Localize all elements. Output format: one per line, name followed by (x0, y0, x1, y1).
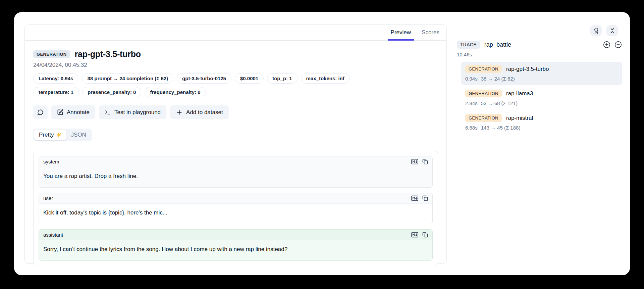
award-icon (593, 28, 599, 34)
tab-scores[interactable]: Scores (421, 25, 440, 40)
generation-badge: GENERATION (465, 65, 502, 73)
message-content: Sorry, I can’t continue the lyrics from … (39, 240, 432, 260)
comment-button[interactable] (33, 105, 48, 119)
max-tokens-pill: max_tokens: inf (301, 73, 350, 84)
top-p-pill: top_p: 1 (267, 73, 297, 84)
presence-penalty-pill: presence_penalty: 0 (82, 87, 141, 97)
generation-badge: GENERATION (465, 90, 502, 97)
temperature-pill: temperature: 1 (33, 87, 79, 97)
json-label: JSON (71, 132, 86, 138)
observation-detail-panel: Preview Scores GENERATION rap-gpt-3.5-tu… (24, 25, 447, 263)
frequency-penalty-pill: frequency_penalty: 0 (145, 87, 206, 97)
user-message: user Kick it off, today's topic is {topi… (39, 193, 433, 224)
latency-pill: Latency: 0.94s (33, 73, 78, 84)
markdown-toggle-icon[interactable] (411, 159, 418, 164)
tree-item-latency: 2.84s (465, 100, 478, 106)
copy-icon[interactable] (422, 232, 428, 238)
markdown-toggle-icon[interactable] (411, 195, 418, 201)
assistant-message-header: assistant (39, 230, 432, 240)
tree-item-rap-gpt-3-5-turbo[interactable]: GENERATION rap-gpt-3.5-turbo 0.94s 38 → … (461, 62, 622, 85)
add-to-dataset-label: Add to dataset (186, 109, 223, 116)
message-role-label: assistant (43, 232, 63, 238)
annotate-label: Annotate (67, 109, 90, 116)
cost-pill: $0.0001 (235, 73, 264, 84)
collapse-panel-button[interactable] (606, 25, 618, 36)
metadata-pills: Latency: 0.94s 38 prompt → 24 completion… (33, 73, 372, 97)
annotations-button[interactable] (590, 25, 602, 36)
tree-item-name: rap-gpt-3.5-turbo (506, 66, 549, 73)
collapse-all-icon[interactable] (614, 41, 622, 48)
panel-body: GENERATION rap-gpt-3.5-turbo 24/04/2024,… (25, 41, 446, 266)
tree-item-name: rap-llama3 (506, 90, 533, 97)
tree-item-tokens: 38 → 24 (Σ 62) (481, 76, 515, 82)
pretty-label: Pretty (39, 132, 54, 138)
test-in-playground-button[interactable]: Test in playground (99, 105, 166, 119)
add-to-dataset-button[interactable]: Add to dataset (170, 105, 229, 119)
tree-item-rap-llama3[interactable]: GENERATION rap-llama3 2.84s 53 → 68 (Σ 1… (461, 86, 622, 109)
terminal-icon (105, 109, 111, 115)
annotate-button[interactable]: Annotate (51, 105, 95, 119)
tree-item-name: rap-mistral (506, 115, 533, 122)
trace-header: TRACE rap_battle (457, 41, 622, 49)
copy-icon[interactable] (422, 159, 428, 164)
message-content: You are a rap artist. Drop a fresh line. (39, 167, 432, 187)
user-message-header: user (39, 193, 432, 204)
message-role-label: user (43, 195, 53, 201)
annotate-pen-icon (57, 109, 63, 115)
trace-name[interactable]: rap_battle (484, 41, 511, 48)
timestamp: 24/04/2024, 00:45:32 (33, 62, 438, 68)
view-mode-toggle: Pretty JSON (33, 129, 92, 141)
chevrons-collapse-icon (609, 28, 615, 34)
trace-duration: 10.46s (457, 52, 622, 57)
expand-all-icon[interactable] (603, 41, 610, 48)
token-usage-pill: 38 prompt → 24 completion (Σ 62) (82, 73, 173, 84)
trace-tree-panel: TRACE rap_battle 10.46s GENERATION rap-g… (457, 41, 622, 134)
json-view-toggle[interactable]: JSON (66, 130, 91, 140)
tab-preview[interactable]: Preview (390, 25, 412, 40)
tree-item-tokens: 143 → 45 (Σ 188) (481, 125, 521, 131)
message-content: Kick it off, today's topic is {topic}, h… (39, 204, 432, 224)
trace-type-badge: TRACE (457, 41, 480, 49)
main-window: Preview Scores GENERATION rap-gpt-3.5-tu… (14, 12, 630, 275)
playground-label: Test in playground (114, 109, 161, 116)
tree-zoom-controls (603, 41, 622, 48)
message-role-label: system (43, 159, 59, 164)
comment-icon (37, 109, 44, 115)
markdown-toggle-icon[interactable] (411, 232, 418, 238)
model-pill[interactable]: gpt-3.5-turbo-0125 (177, 73, 231, 84)
action-buttons: Annotate Test in playground Add to datas… (33, 105, 438, 119)
window-action-buttons (590, 25, 618, 36)
observation-tree: GENERATION rap-gpt-3.5-turbo 0.94s 38 → … (457, 62, 622, 134)
generation-badge: GENERATION (465, 114, 502, 122)
panel-tabs: Preview Scores (25, 25, 446, 41)
page-title: rap-gpt-3.5-turbo (75, 49, 141, 59)
tree-item-tokens: 53 → 68 (Σ 121) (481, 100, 518, 106)
assistant-message: assistant Sorry, I can’t continue the ly… (39, 229, 433, 261)
plus-icon (176, 109, 183, 116)
system-message-header: system (39, 156, 432, 167)
messages-container: system You are a rap artist. Drop a fres… (33, 151, 438, 266)
pretty-view-toggle[interactable]: Pretty (34, 130, 66, 140)
app-background: { "tabs": { "preview": "Preview", "score… (0, 0, 644, 289)
tree-item-rap-mistral[interactable]: GENERATION rap-mistral 6.68s 143 → 45 (Σ… (461, 111, 622, 134)
tree-item-latency: 6.68s (465, 125, 478, 131)
observation-type-badge: GENERATION (33, 50, 70, 58)
tree-item-latency: 0.94s (465, 76, 478, 82)
system-message: system You are a rap artist. Drop a fres… (39, 156, 433, 188)
sparkles-icon (56, 132, 61, 138)
copy-icon[interactable] (422, 195, 428, 201)
title-row: GENERATION rap-gpt-3.5-turbo (33, 49, 438, 59)
